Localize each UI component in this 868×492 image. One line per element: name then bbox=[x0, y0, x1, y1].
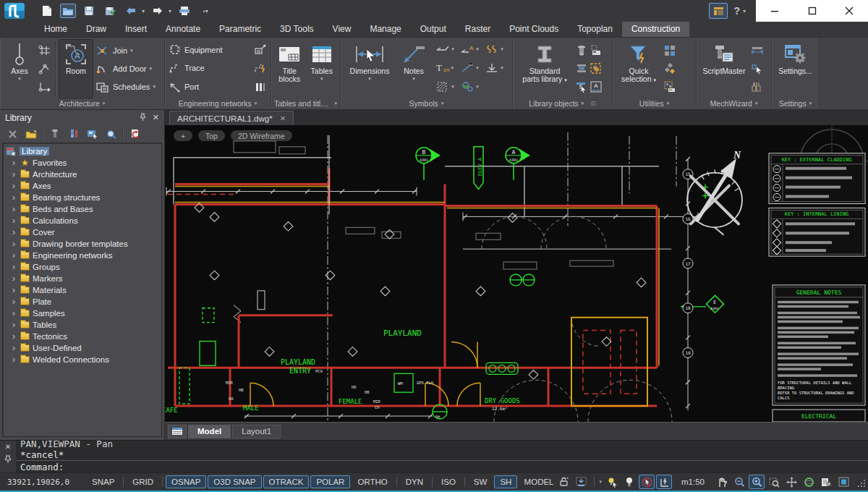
panel-label-architecture[interactable]: Architecture▾ bbox=[0, 98, 164, 109]
axes-button[interactable]: Axes ▾ bbox=[4, 40, 35, 98]
view-marks-icon[interactable]: ▾ bbox=[457, 81, 482, 93]
panel-label-tables[interactable]: Tables and title blocks▾ bbox=[271, 98, 340, 109]
tab-view[interactable]: View bbox=[323, 22, 361, 37]
tab-manage[interactable]: Manage bbox=[360, 22, 410, 37]
insert-select-icon[interactable] bbox=[576, 80, 587, 94]
tree-item-plate[interactable]: ›Plate bbox=[4, 296, 160, 308]
tree-item-drawing-border-templates[interactable]: ›Drawing border templates bbox=[4, 238, 160, 250]
hatch-icon[interactable]: ▾ bbox=[433, 82, 457, 92]
pan-arrows-icon[interactable] bbox=[784, 475, 799, 488]
tree-item-architecture[interactable]: ›Architecture bbox=[4, 169, 160, 180]
command-prompt[interactable]: Command: bbox=[16, 460, 868, 472]
leader-text-icon[interactable]: A▾ bbox=[457, 44, 482, 54]
zoom-window-icon[interactable] bbox=[767, 475, 781, 488]
title-blocks-button[interactable]: Titleblocks bbox=[275, 40, 305, 98]
axis-arrow-icon[interactable] bbox=[38, 80, 51, 94]
tree-item-groups[interactable]: ›Groups bbox=[4, 261, 160, 273]
panel-label-library-objects[interactable]: Library objects▾◱ bbox=[513, 98, 612, 109]
redo-icon[interactable] bbox=[150, 4, 166, 18]
toggle-iso[interactable]: ISO bbox=[435, 475, 461, 488]
drawing-canvas[interactable]: + Top 2D Wireframe Top bbox=[165, 125, 868, 422]
insert-object-icon[interactable] bbox=[48, 127, 62, 140]
tables-button[interactable]: Tables ▾ bbox=[307, 40, 337, 98]
pipes-icon[interactable] bbox=[254, 80, 267, 94]
tree-root-library[interactable]: Library bbox=[6, 145, 160, 157]
library-close-icon[interactable]: ✕ bbox=[153, 113, 159, 122]
command-close-icon[interactable]: ✕ bbox=[5, 443, 11, 451]
quick-selection-button[interactable]: Quickselection ▾ bbox=[616, 40, 661, 98]
toggle-polar[interactable]: POLAR bbox=[310, 475, 350, 488]
toggle-ortho[interactable]: ORTHO bbox=[352, 475, 393, 488]
equipment-button[interactable]: Equipment bbox=[169, 43, 254, 57]
tree-item-welded-connections[interactable]: ›Welded Connections bbox=[4, 354, 160, 365]
diamonds-cluster-icon[interactable] bbox=[664, 62, 676, 76]
schedules-button[interactable]: Schedules▾ bbox=[95, 80, 161, 94]
stack-parts-icon[interactable] bbox=[576, 62, 587, 76]
new-file-icon[interactable] bbox=[39, 4, 55, 18]
scriptmaster-button[interactable]: ScriptMaster bbox=[700, 40, 748, 98]
sheet-lock-icon[interactable] bbox=[819, 475, 833, 488]
command-pin-icon[interactable] bbox=[4, 455, 12, 465]
tab-insert[interactable]: Insert bbox=[116, 22, 156, 37]
trace-power-icon[interactable] bbox=[254, 61, 267, 75]
tab-raster[interactable]: Raster bbox=[456, 22, 500, 37]
toggle-sw[interactable]: SW bbox=[468, 475, 493, 488]
trace-button[interactable]: Trace bbox=[169, 61, 254, 75]
group-select-icon[interactable] bbox=[590, 62, 602, 76]
tab-parametric[interactable]: Parametric bbox=[210, 22, 271, 37]
dialog-launcher-icon[interactable]: ◱ bbox=[591, 101, 596, 106]
zoom-out-icon[interactable] bbox=[732, 475, 746, 488]
pin-icon[interactable] bbox=[139, 113, 147, 123]
plot-icon[interactable] bbox=[176, 4, 192, 18]
dimensions-button[interactable]: Dimensions ▾ bbox=[344, 40, 395, 98]
port-button[interactable]: Port bbox=[169, 80, 254, 94]
tab-home[interactable]: Home bbox=[35, 22, 77, 37]
annotation-flag-icon[interactable] bbox=[574, 475, 589, 488]
standard-parts-button[interactable]: Standardparts library ▾ bbox=[516, 40, 573, 98]
model-space-button[interactable]: MODEL bbox=[524, 478, 554, 486]
weld-symbol-icon[interactable]: ▾ bbox=[457, 63, 482, 73]
help-dropdown-icon[interactable]: ▾ bbox=[743, 8, 746, 14]
tab-output[interactable]: Output bbox=[411, 22, 456, 37]
toggle-osnap[interactable]: OSNAP bbox=[166, 475, 206, 488]
toggle-snap[interactable]: SNAP bbox=[86, 475, 120, 488]
refresh-icon[interactable] bbox=[128, 127, 142, 140]
mech-dimension-icon[interactable] bbox=[751, 43, 764, 58]
lock-icon[interactable] bbox=[557, 475, 571, 488]
toggle-dyn[interactable]: DYN bbox=[400, 475, 429, 488]
workspace-icon[interactable] bbox=[709, 3, 728, 19]
tree-item-user-defined[interactable]: ›User-Defined bbox=[4, 342, 160, 354]
grid-select-icon[interactable] bbox=[664, 80, 676, 94]
tree-item-cover[interactable]: ›Cover bbox=[4, 226, 160, 238]
maximize-button[interactable] bbox=[793, 0, 831, 22]
dynamic-ucs-icon[interactable] bbox=[657, 475, 671, 488]
viewport-maximize-icon[interactable] bbox=[836, 475, 851, 488]
panel-label-settings[interactable]: Settings▾ bbox=[772, 98, 819, 109]
node-axes-icon[interactable] bbox=[38, 62, 51, 76]
toggle-sh[interactable]: SH bbox=[494, 475, 517, 488]
bulb-cursor-icon[interactable] bbox=[605, 475, 619, 488]
mech-select-icon[interactable] bbox=[751, 62, 764, 76]
room-button[interactable]: A Room bbox=[59, 40, 93, 98]
viewport-view-control[interactable]: Top bbox=[198, 130, 225, 141]
save-all-icon[interactable] bbox=[102, 4, 118, 18]
redo-dropdown-icon[interactable]: ▾ bbox=[169, 8, 171, 14]
selection-cycling-icon[interactable] bbox=[639, 475, 654, 488]
notes-button[interactable]: Notes ▾ bbox=[398, 40, 430, 98]
equipment-note-icon[interactable] bbox=[254, 43, 267, 57]
join-button[interactable]: Join▾ bbox=[95, 43, 161, 58]
qat-customize-icon[interactable]: ▪▾ bbox=[203, 8, 208, 14]
marker-window-icon[interactable] bbox=[590, 43, 602, 58]
add-door-button[interactable]: Add Door▾ bbox=[95, 62, 161, 76]
tab-topoplan[interactable]: Topoplan bbox=[568, 22, 622, 37]
bulb-icon[interactable] bbox=[622, 475, 637, 488]
undo-dropdown-icon[interactable]: ▾ bbox=[142, 8, 145, 14]
tree-item-axes[interactable]: ›Axes bbox=[4, 180, 160, 192]
toggle-grid[interactable]: GRID bbox=[127, 475, 159, 488]
preview-icon[interactable] bbox=[104, 127, 119, 140]
tcn-text-icon[interactable]: Tcn▾ bbox=[433, 62, 457, 74]
resize-grip[interactable] bbox=[858, 477, 865, 487]
tree-item-tables[interactable]: ›Tables bbox=[4, 319, 160, 331]
annotation-scale-button[interactable]: m1:50 bbox=[674, 478, 712, 486]
new-folder-icon[interactable] bbox=[24, 127, 38, 140]
